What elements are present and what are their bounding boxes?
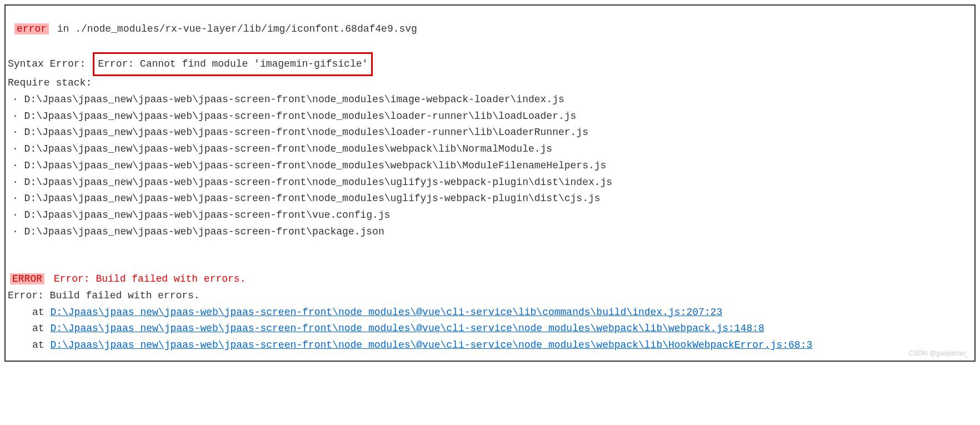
stack-at-prefix: at [32, 323, 50, 334]
build-error-section: ERROR Error: Build failed with errors. E… [10, 271, 970, 353]
terminal-output: error in ./node_modules/rx-vue-layer/lib… [4, 4, 976, 362]
require-stack-item: · D:\Jpaas\jpaas_new\jpaas-web\jpaas-scr… [12, 191, 970, 207]
stack-at-prefix: at [32, 339, 50, 351]
require-stack-item: · D:\Jpaas\jpaas_new\jpaas-web\jpaas-scr… [12, 124, 970, 141]
require-stack-item: · D:\Jpaas\jpaas_new\jpaas-web\jpaas-scr… [12, 141, 970, 158]
require-stack-item: · D:\Jpaas\jpaas_new\jpaas-web\jpaas-scr… [12, 207, 970, 224]
stack-trace-line: at D:\Jpaas\jpaas_new\jpaas-web\jpaas-sc… [32, 321, 970, 337]
stack-file-link[interactable]: D:\Jpaas\jpaas_new\jpaas-web\jpaas-scree… [50, 323, 764, 334]
error-highlight-box: Error: Cannot find module 'imagemin-gifs… [93, 52, 373, 77]
stack-trace-line: at D:\Jpaas\jpaas_new\jpaas-web\jpaas-sc… [32, 304, 970, 321]
watermark: CSDN @gaojiahao_ [909, 348, 969, 359]
require-stack-item: · D:\Jpaas\jpaas_new\jpaas-web\jpaas-scr… [12, 224, 970, 241]
build-error-plain-msg: Error: Build failed with errors. [8, 288, 970, 304]
stack-file-link[interactable]: D:\Jpaas\jpaas_new\jpaas-web\jpaas-scree… [50, 339, 812, 351]
build-error-header: ERROR Error: Build failed with errors. [10, 271, 970, 288]
build-error-badge: ERROR [10, 273, 44, 284]
error-badge: error [14, 23, 49, 34]
require-stack-item: · D:\Jpaas\jpaas_new\jpaas-web\jpaas-scr… [12, 158, 970, 174]
stack-trace-line: at D:\Jpaas\jpaas_new\jpaas-web\jpaas-sc… [32, 337, 970, 354]
require-stack-item: · D:\Jpaas\jpaas_new\jpaas-web\jpaas-scr… [12, 174, 970, 191]
build-error-red-msg: Error: Build failed with errors. [48, 273, 246, 284]
stack-file-link[interactable]: D:\Jpaas\jpaas_new\jpaas-web\jpaas-scree… [50, 307, 722, 318]
syntax-prefix: Syntax Error: [8, 58, 86, 69]
require-stack-item: · D:\Jpaas\jpaas_new\jpaas-web\jpaas-scr… [12, 92, 970, 108]
syntax-error-line: Syntax Error: Error: Cannot find module … [8, 53, 970, 76]
error-in-path: in ./node_modules/rx-vue-layer/lib/img/i… [51, 23, 417, 34]
stack-at-prefix: at [32, 307, 50, 318]
stack-trace-list: at D:\Jpaas\jpaas_new\jpaas-web\jpaas-sc… [10, 304, 970, 354]
require-stack-label: Require stack: [8, 75, 970, 92]
require-stack-list: · D:\Jpaas\jpaas_new\jpaas-web\jpaas-scr… [10, 92, 970, 240]
require-stack-item: · D:\Jpaas\jpaas_new\jpaas-web\jpaas-scr… [12, 108, 970, 125]
error-in-line: error in ./node_modules/rx-vue-layer/lib… [14, 21, 970, 38]
